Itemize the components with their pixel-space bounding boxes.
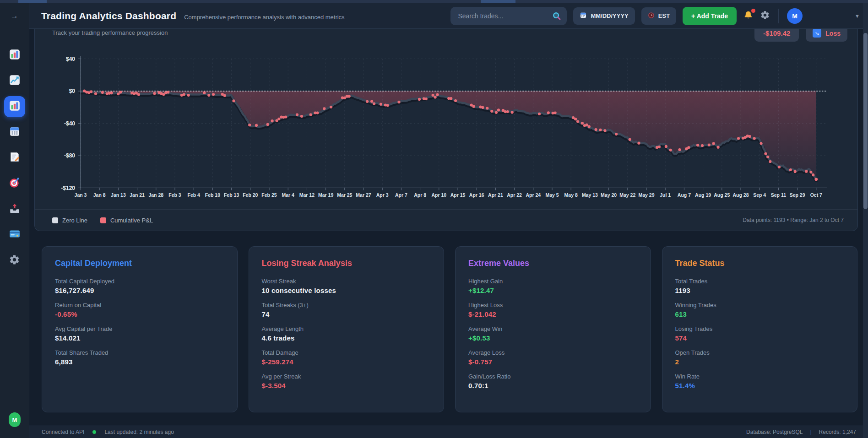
- metric-card-extreme-values: Extreme ValuesHighest Gain+$12.47Highest…: [455, 246, 651, 412]
- sidebar-item-memo[interactable]: [5, 149, 24, 167]
- scrollbar-thumb[interactable]: [863, 33, 868, 209]
- sidebar-item-target[interactable]: [5, 174, 24, 193]
- notification-dot: [751, 9, 755, 13]
- page-title: Trading Analytics Dashboard: [41, 11, 176, 22]
- svg-text:Aug 19: Aug 19: [695, 192, 711, 198]
- metric: Highest Gain+$12.47: [468, 278, 638, 294]
- records-label: Records: 1,247: [819, 429, 856, 435]
- user-avatar[interactable]: M: [787, 8, 803, 24]
- svg-text:Mar 19: Mar 19: [318, 192, 333, 198]
- card-title: Capital Deployment: [55, 259, 224, 268]
- legend-item-zero-line: Zero Line: [52, 217, 87, 224]
- legend-item-cumulative-pnl: Cumulative P&L: [100, 217, 153, 224]
- svg-text:$40: $40: [66, 56, 75, 62]
- svg-text:May 22: May 22: [619, 192, 635, 198]
- svg-text:-$120: -$120: [61, 185, 75, 191]
- svg-text:May 29: May 29: [638, 192, 654, 198]
- header-divider: [778, 9, 779, 23]
- svg-text:Feb 3: Feb 3: [168, 192, 181, 198]
- date-picker-button[interactable]: MM/DD/YYYY: [573, 7, 635, 25]
- metric-value: 4.6 trades: [262, 334, 431, 342]
- target-icon: [9, 177, 21, 190]
- metric-value: +$0.53: [468, 334, 638, 342]
- zero-line-swatch: [52, 217, 58, 223]
- svg-text:May 13: May 13: [582, 192, 598, 198]
- search-input[interactable]: [450, 7, 567, 25]
- gear-icon: [760, 10, 770, 22]
- clock-icon: [648, 12, 655, 20]
- metric-label: Total Damage: [262, 349, 431, 356]
- sidebar-collapse-icon[interactable]: →: [0, 11, 29, 21]
- metric: Average Length4.6 trades: [262, 325, 431, 342]
- chart-increasing-icon: [9, 74, 21, 88]
- chevron-down-icon[interactable]: ▼: [855, 13, 860, 19]
- svg-text:Apr 21: Apr 21: [488, 192, 503, 198]
- status-bar: Connected to API Last updated: 2 minutes…: [29, 426, 868, 438]
- metric-value: $16,727.649: [55, 287, 224, 294]
- metric-label: Average Loss: [468, 349, 638, 356]
- pnl-chart-card: Track your trading performance progressi…: [34, 7, 858, 231]
- metric-value: $-21.042: [468, 310, 638, 318]
- svg-text:Feb 20: Feb 20: [243, 192, 258, 198]
- status-dot: [92, 430, 96, 434]
- outbox-tray-icon: [9, 202, 21, 216]
- svg-text:Apr 15: Apr 15: [450, 192, 466, 198]
- timezone-button[interactable]: EST: [641, 7, 676, 25]
- metric: Highest Loss$-21.042: [468, 302, 638, 318]
- legend-label: Zero Line: [62, 217, 87, 224]
- svg-text:Jan 8: Jan 8: [93, 192, 106, 198]
- sidebar-item-credit-card[interactable]: [5, 226, 24, 244]
- add-trade-button[interactable]: + Add Trade: [683, 7, 737, 25]
- metric-value: $-0.757: [468, 358, 638, 366]
- last-updated-label: Last updated: 2 minutes ago: [104, 429, 174, 435]
- chart-meta: Data points: 1193 • Range: Jan 2 to Oct …: [743, 217, 844, 223]
- sidebar-item-calendar[interactable]: [5, 123, 24, 141]
- metric-value: $-3.504: [262, 382, 431, 389]
- metric: Open Trades2: [675, 349, 845, 366]
- metric-value: 574: [675, 334, 845, 342]
- legend-label: Cumulative P&L: [110, 217, 153, 224]
- svg-text:Feb 13: Feb 13: [224, 192, 239, 198]
- metric-card-losing-streak-analysis: Losing Streak AnalysisWorst Streak10 con…: [249, 246, 445, 412]
- svg-text:Mar 25: Mar 25: [337, 192, 352, 198]
- metric-value: $-259.274: [262, 358, 431, 366]
- sidebar-item-bar-chart[interactable]: [5, 46, 24, 65]
- metric-label: Losing Trades: [675, 325, 845, 332]
- svg-text:Feb 10: Feb 10: [205, 192, 220, 198]
- date-value: MM/DD/YYYY: [591, 12, 628, 19]
- card-title: Extreme Values: [468, 259, 638, 268]
- metric-label: Total Shares Traded: [55, 349, 224, 356]
- sidebar-item-settings[interactable]: [5, 251, 24, 270]
- metric-label: Worst Streak: [262, 278, 431, 285]
- svg-text:Apr 3: Apr 3: [376, 192, 389, 198]
- metric-label: Open Trades: [675, 349, 845, 356]
- sidebar-item-outbox[interactable]: [5, 200, 24, 218]
- metric-label: Highest Gain: [468, 278, 638, 285]
- sidebar-bottom-avatar[interactable]: M: [9, 412, 21, 427]
- chart-legend-row: Zero Line Cumulative P&L Data points: 11…: [35, 209, 857, 231]
- sidebar-item-bar-chart-active[interactable]: [4, 96, 25, 117]
- metric-label: Winning Trades: [675, 302, 845, 308]
- sidebar-item-chart-increasing[interactable]: [5, 72, 24, 90]
- memo-icon: [9, 151, 21, 165]
- metric-value: 0.70:1: [468, 382, 638, 389]
- notifications-button[interactable]: [743, 10, 754, 22]
- metric-label: Gain/Loss Ratio: [468, 373, 638, 380]
- svg-text:Apr 10: Apr 10: [431, 192, 446, 198]
- calendar-icon: [580, 11, 587, 20]
- metric: Avg per Streak$-3.504: [262, 373, 431, 389]
- svg-text:-$40: -$40: [64, 120, 75, 127]
- metric-value: 1193: [675, 287, 845, 294]
- metric-card-trade-status: Trade StatusTotal Trades1193Winning Trad…: [662, 246, 858, 412]
- metric: Worst Streak10 consecutive losses: [262, 278, 431, 294]
- settings-button[interactable]: [760, 10, 770, 22]
- gear-icon: [9, 254, 20, 267]
- page-subtitle: Comprehensive performance analysis with …: [184, 14, 344, 21]
- cards-row: Capital DeploymentTotal Capital Deployed…: [42, 246, 857, 412]
- database-label: Database: PostgreSQL: [746, 429, 803, 435]
- metric: Total Shares Traded6,893: [55, 349, 224, 366]
- credit-card-icon: [9, 228, 21, 242]
- svg-text:Mar 12: Mar 12: [299, 192, 315, 198]
- loss-label: Loss: [825, 30, 841, 37]
- svg-text:Aug 28: Aug 28: [732, 192, 749, 198]
